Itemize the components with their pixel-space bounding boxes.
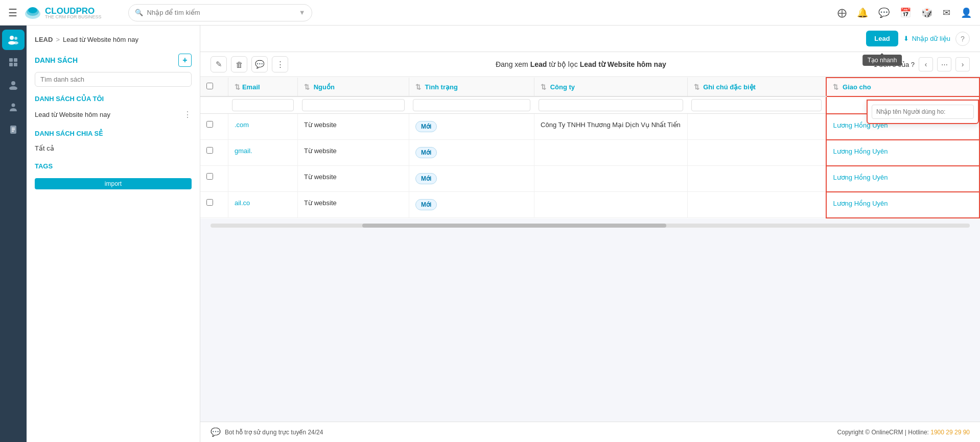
toolbar-actions: ✎ 🗑 💬 ⋮ <box>211 56 288 72</box>
leads-table: ⇅Email ⇅ Nguồn ⇅ Tình trạng ⇅ Công ty <box>200 77 980 218</box>
table-row: gmail. Từ website Mới Lương Hồng Uyên <box>200 140 979 166</box>
calendar-icon[interactable]: 📅 <box>900 7 911 18</box>
sidebar-item-contacts[interactable] <box>2 75 25 95</box>
top-nav-actions: ⨁ 🔔 💬 📅 🎲 ✉ 👤 <box>837 7 972 18</box>
content-header: Tạo nhanh Lead ⬇ Nhập dữ liệu ? <box>200 26 980 52</box>
filter-email-input[interactable] <box>232 99 293 111</box>
my-list-item[interactable]: Lead từ Website hôm nay ⋮ <box>35 107 192 122</box>
next-page-button[interactable]: › <box>955 57 970 71</box>
user-icon[interactable]: 👤 <box>961 7 972 18</box>
add-circle-icon[interactable]: ⨁ <box>837 7 847 18</box>
col-checkbox-header <box>200 78 228 96</box>
col-sort-icon6: ⇅ <box>833 83 838 91</box>
chart-icon[interactable]: 🎲 <box>921 7 932 18</box>
copyright-text: Copyright © OnlineCRM | Hotline: <box>837 429 931 436</box>
bell-icon[interactable]: 🔔 <box>857 7 868 18</box>
bottom-bar: 💬 Bot hỗ trợ sử dụng trực tuyến 24/24 Co… <box>200 422 980 442</box>
person-icon <box>8 102 18 112</box>
horizontal-scrollbar[interactable] <box>211 224 970 228</box>
edit-button[interactable]: ✎ <box>211 56 227 72</box>
global-search[interactable]: 🔍 ▼ <box>128 4 312 21</box>
col-nguon-label: Nguồn <box>314 83 335 91</box>
filter-checkbox-cell <box>200 96 228 114</box>
row-ghi-chu <box>687 166 826 192</box>
row-cong-ty <box>534 140 688 166</box>
contact-icon <box>8 80 18 90</box>
breadcrumb: LEAD > Lead từ Website hôm nay <box>35 34 192 45</box>
copyright-section: Copyright © OnlineCRM | Hotline: 1900 29… <box>837 429 970 436</box>
prev-page-button[interactable]: ‹ <box>919 57 933 71</box>
add-list-button[interactable]: + <box>178 54 192 67</box>
col-sort-icon: ⇅ <box>235 83 240 91</box>
status-badge: Mới <box>415 173 437 184</box>
col-tinh-trang-header[interactable]: ⇅ Tình trạng <box>409 78 534 96</box>
create-lead-button[interactable]: Lead <box>866 31 898 46</box>
svg-point-13 <box>12 104 15 107</box>
status-badge: Mới <box>415 121 437 132</box>
svg-point-11 <box>11 81 15 85</box>
chat-icon[interactable]: 💬 <box>878 7 890 18</box>
filter-cong-ty-input[interactable] <box>539 99 684 111</box>
chevron-down-icon: ▼ <box>299 9 306 16</box>
filter-cong-ty-cell <box>534 96 688 114</box>
row-checkbox[interactable] <box>206 173 213 180</box>
import-data-button[interactable]: ⬇ Nhập dữ liệu <box>903 35 950 42</box>
row-giao-cho[interactable]: Lương Hồng Uyên <box>826 166 979 192</box>
import-label: Nhập dữ liệu <box>912 35 950 42</box>
scrollbar-area <box>200 218 980 233</box>
sidebar-item-leads[interactable] <box>2 30 25 50</box>
row-giao-cho[interactable]: Lương Hồng Uyên <box>826 192 979 218</box>
col-ghi-chu-header[interactable]: ⇅ Ghi chú đặc biệt <box>687 78 826 96</box>
list-item-more-icon[interactable]: ⋮ <box>183 110 192 119</box>
row-giao-cho[interactable]: Lương Hồng Uyên <box>826 140 979 166</box>
search-list-input[interactable] <box>35 72 192 87</box>
table-container: ⇅Email ⇅ Nguồn ⇅ Tình trạng ⇅ Công ty <box>200 77 980 422</box>
giao-cho-dropdown <box>867 100 979 124</box>
shared-list-item[interactable]: Tất cả <box>35 141 192 155</box>
filter-bold2: Lead từ Website hôm nay <box>580 60 666 68</box>
filter-mid: từ bộ lọc <box>549 60 578 68</box>
scrollbar-thumb[interactable] <box>362 224 666 228</box>
col-email-header[interactable]: ⇅Email <box>228 78 297 96</box>
row-checkbox[interactable] <box>206 199 213 206</box>
tags-label: TAGS <box>35 162 192 170</box>
search-icon: 🔍 <box>135 9 143 16</box>
menu-icon[interactable]: ☰ <box>8 7 17 19</box>
row-checkbox-cell <box>200 114 228 140</box>
col-nguon-header[interactable]: ⇅ Nguồn <box>298 78 409 96</box>
filter-tinh-trang-input[interactable] <box>413 99 530 111</box>
import-tag-button[interactable]: import <box>35 178 192 189</box>
col-cong-ty-header[interactable]: ⇅ Công ty <box>534 78 688 96</box>
svg-rect-9 <box>9 63 13 66</box>
row-checkbox-cell <box>200 140 228 166</box>
filter-ghi-chu-cell <box>687 96 826 114</box>
sidebar-item-doc[interactable] <box>2 119 25 140</box>
sidebar-item-person[interactable] <box>2 97 25 117</box>
more-pages-button[interactable]: ⋯ <box>937 57 951 71</box>
row-ghi-chu <box>687 140 826 166</box>
inbox-icon[interactable]: ✉ <box>943 7 950 18</box>
delete-button[interactable]: 🗑 <box>231 56 247 72</box>
filter-ghi-chu-input[interactable] <box>691 99 822 111</box>
comment-button[interactable]: 💬 <box>251 56 268 72</box>
row-checkbox[interactable] <box>206 147 213 154</box>
row-nguon: Từ website <box>298 114 409 140</box>
filter-description: Đang xem Lead từ bộ lọc Lead từ Website … <box>294 60 868 68</box>
filter-nguon-input[interactable] <box>302 99 405 111</box>
danh-sach-label: DANH SÁCH <box>35 56 78 64</box>
help-button[interactable]: ? <box>955 32 970 46</box>
col-giao-cho-header[interactable]: ⇅ Giao cho <box>826 78 979 96</box>
row-tinh-trang: Mới <box>409 114 534 140</box>
select-all-checkbox[interactable] <box>206 83 213 89</box>
breadcrumb-lead[interactable]: LEAD <box>35 36 53 43</box>
search-user-input[interactable] <box>872 105 974 119</box>
row-checkbox[interactable] <box>206 121 213 128</box>
grid-icon <box>8 57 18 67</box>
danh-sach-chia-se-label: DANH SÁCH CHIA SẺ <box>35 130 192 137</box>
sidebar-item-grid[interactable] <box>2 52 25 72</box>
col-cong-ty-label: Công ty <box>550 83 575 91</box>
search-input[interactable] <box>147 9 295 16</box>
more-actions-button[interactable]: ⋮ <box>272 56 288 72</box>
table-row: ail.co Từ website Mới Lương Hồng Uyên <box>200 192 979 218</box>
content-area: Tạo nhanh Lead ⬇ Nhập dữ liệu ? ✎ 🗑 💬 ⋮ … <box>200 26 980 442</box>
